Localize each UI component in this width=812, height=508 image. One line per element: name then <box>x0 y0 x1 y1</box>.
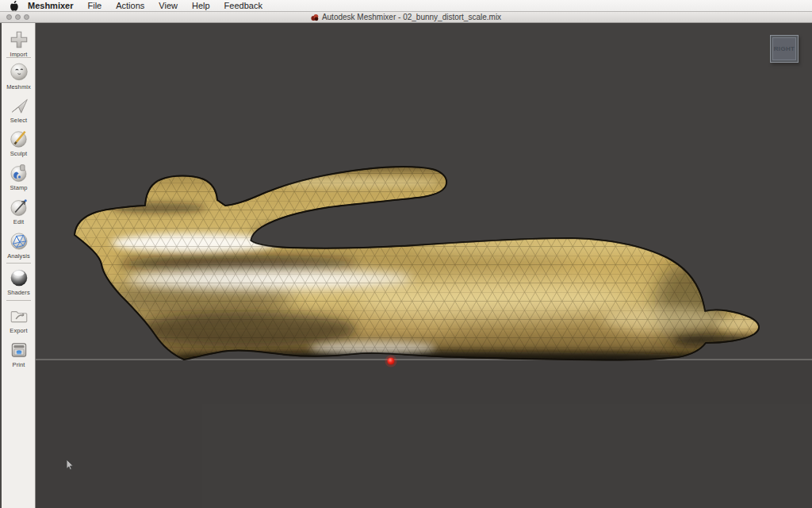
traffic-light-buttons <box>6 14 29 20</box>
print-3d-printer-icon <box>9 340 29 360</box>
view-cube-face-label: RIGHT <box>772 37 796 60</box>
bunny-wireframe-overlay <box>75 167 759 360</box>
tool-analysis[interactable]: Analysis <box>2 231 36 260</box>
tool-label: Export <box>10 327 27 334</box>
edit-transform-icon <box>9 197 29 217</box>
viewport-3d[interactable]: RIGHT <box>36 22 812 508</box>
tool-label: Sculpt <box>10 150 27 157</box>
zoom-button[interactable] <box>24 14 29 20</box>
sculpt-brush-icon <box>9 129 29 149</box>
menu-item-file[interactable]: File <box>80 0 109 11</box>
tool-label: Meshmix <box>6 83 31 90</box>
sidebar-divider <box>6 263 31 264</box>
tool-select[interactable]: Select <box>2 95 36 124</box>
bunny-mesh-model[interactable] <box>75 167 761 365</box>
tool-label: Shaders <box>7 289 30 296</box>
tool-print[interactable]: Print <box>2 340 36 368</box>
meshmix-sphere-icon <box>9 62 29 83</box>
export-folder-icon <box>9 306 29 326</box>
tool-label: Print <box>13 361 25 368</box>
view-cube[interactable]: RIGHT <box>770 35 799 63</box>
menu-item-meshmixer[interactable]: Meshmixer <box>23 0 80 11</box>
apple-menu-icon[interactable] <box>10 1 18 11</box>
tool-stamp[interactable]: Stamp <box>2 163 36 191</box>
meshmixer-app-icon <box>311 13 319 21</box>
menu-item-help[interactable]: Help <box>185 0 217 11</box>
tool-label: Analysis <box>7 252 30 260</box>
import-plus-icon <box>9 29 29 50</box>
close-button[interactable] <box>6 14 12 20</box>
menu-item-view[interactable]: View <box>151 0 185 11</box>
window-title-text: Autodesk Meshmixer - 02_bunny_distort_sc… <box>322 13 501 21</box>
shaders-chrome-sphere-icon <box>9 267 29 288</box>
tool-import[interactable]: Import <box>2 29 36 58</box>
tool-sculpt[interactable]: Sculpt <box>2 129 36 157</box>
macos-menu-bar: Meshmixer File Actions View Help Feedbac… <box>0 0 812 12</box>
window-title-bar[interactable]: Autodesk Meshmixer - 02_bunny_distort_sc… <box>0 12 812 23</box>
window-title: Autodesk Meshmixer - 02_bunny_distort_sc… <box>311 13 501 21</box>
toolbar-sidebar: Import Meshmix Select <box>0 22 36 508</box>
tool-label: Select <box>10 117 27 124</box>
tool-label: Stamp <box>10 184 27 191</box>
menu-item-actions[interactable]: Actions <box>109 0 151 11</box>
meshmixer-window: Meshmixer File Actions View Help Feedbac… <box>0 0 812 508</box>
menu-item-feedback[interactable]: Feedback <box>217 0 270 11</box>
tool-label: Edit <box>13 218 24 225</box>
analysis-wireframe-icon <box>9 231 29 252</box>
tool-edit[interactable]: Edit <box>2 197 36 225</box>
main-area: Import Meshmix Select <box>0 22 812 508</box>
sidebar-divider <box>6 300 31 301</box>
minimize-button[interactable] <box>15 14 21 20</box>
tool-meshmix[interactable]: Meshmix <box>2 62 36 90</box>
scene-canvas <box>36 22 812 508</box>
stamp-icon <box>9 163 29 183</box>
sidebar-divider <box>6 57 31 58</box>
select-arrow-icon <box>9 95 29 116</box>
pivot-point <box>385 356 397 368</box>
tool-export[interactable]: Export <box>2 306 36 334</box>
below-ground-region <box>36 360 812 508</box>
tool-shaders[interactable]: Shaders <box>2 267 36 296</box>
